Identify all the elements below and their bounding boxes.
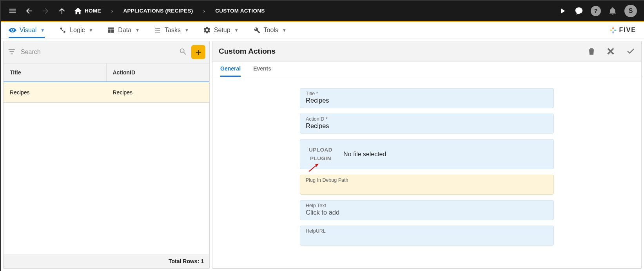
help-glyph: ? [594,7,597,14]
home-icon [74,7,82,15]
brand-logo: FIVE [609,26,636,34]
field-helptext-label: Help Text [306,203,548,208]
search-icon[interactable] [179,47,187,57]
tabs: General Events [212,61,641,77]
list-panel: + Title ActionID Recipes Recipes Total R… [3,41,210,269]
menu-visual[interactable]: Visual ▼ [9,22,45,38]
close-icon[interactable] [607,47,615,56]
caret-icon: ▼ [135,28,140,33]
add-button[interactable]: + [191,45,205,59]
tab-events[interactable]: Events [253,65,271,77]
field-help-text[interactable]: Help Text Click to add [300,200,554,220]
caret-icon: ▼ [40,28,45,33]
menu-setup[interactable]: Setup ▼ [203,22,239,38]
avatar-initial: S [629,7,633,14]
field-actionid[interactable]: ActionID * Recipes [300,114,554,134]
field-helpurl-value [306,234,548,242]
breadcrumb-custom-actions[interactable]: CUSTOM ACTIONS [215,8,265,14]
annotation-arrow [307,162,321,173]
detail-header: Custom Actions [212,41,641,61]
field-helpurl-label: HelpURL [306,228,548,234]
nav-forward-icon [41,6,50,16]
field-title-value: Recipes [306,97,548,105]
field-debug-path[interactable]: Plug In Debug Path [300,175,554,195]
hamburger-icon[interactable] [8,6,17,16]
logic-icon [59,26,67,34]
gear-icon [203,26,211,34]
chat-icon[interactable] [574,6,584,16]
panel-title: Custom Actions [219,47,276,56]
breadcrumb-sep: › [108,8,116,14]
breadcrumb-sep: › [200,8,209,14]
upload-plugin-button[interactable]: UPLOAD PLUGIN [306,146,336,163]
eye-icon [9,26,16,34]
brand-text: FIVE [619,27,636,34]
list-footer: Total Rows: 1 [4,254,209,268]
upload-label-1: UPLOAD [306,146,336,154]
footer-label: Total Rows: [169,258,199,264]
tools-icon [253,26,261,34]
menu-logic[interactable]: Logic ▼ [59,22,93,38]
list-row[interactable]: Recipes Recipes [4,81,209,103]
confirm-icon[interactable] [626,47,635,56]
menu-tasks[interactable]: Tasks ▼ [154,22,189,38]
toolbar: Visual ▼ Logic ▼ Data ▼ Tasks ▼ Setup ▼ … [1,22,644,38]
field-helptext-value: Click to add [306,209,548,217]
caret-icon: ▼ [89,28,93,33]
field-debug-label: Plug In Debug Path [306,177,548,183]
svg-line-0 [309,164,318,172]
field-help-url[interactable]: HelpURL [300,226,554,246]
caret-icon: ▼ [282,28,287,33]
menu-setup-label: Setup [214,27,230,34]
upload-status: No file selected [343,151,386,158]
delete-icon[interactable] [587,47,596,56]
nav-up-icon[interactable] [57,6,67,16]
col-header-title[interactable]: Title [4,63,107,81]
cell-title: Recipes [4,82,107,102]
caret-icon: ▼ [234,28,239,33]
field-upload-plugin[interactable]: UPLOAD PLUGIN No file selected [300,139,554,169]
footer-count: 1 [201,258,204,264]
tasks-icon [154,26,161,34]
list-header: + [4,41,209,63]
field-actionid-value: Recipes [306,122,548,130]
list-body: Recipes Recipes [4,81,209,254]
form-area: Title * Recipes ActionID * Recipes UPLOA… [212,77,641,268]
tab-general[interactable]: General [220,65,241,77]
field-title[interactable]: Title * Recipes [300,88,554,108]
run-icon[interactable] [558,6,567,16]
brand-icon [609,26,617,34]
menu-visual-label: Visual [20,27,36,34]
svg-marker-1 [315,164,318,167]
breadcrumb-applications-label: APPLICATIONS (RECIPES) [123,8,193,14]
menu-tools-label: Tools [264,27,278,34]
topbar: HOME › APPLICATIONS (RECIPES) › CUSTOM A… [1,1,644,22]
detail-panel: Custom Actions General Events Title * Re… [212,41,642,269]
filter-icon[interactable] [7,47,16,57]
field-actionid-label: ActionID * [306,116,548,122]
menu-data-label: Data [118,27,131,34]
caret-icon: ▼ [185,28,189,33]
cell-actionid: Recipes [107,82,210,102]
nav-back-icon[interactable] [24,6,34,16]
breadcrumb-home-label: HOME [85,8,101,14]
table-icon [107,26,115,34]
avatar[interactable]: S [624,5,637,17]
menu-logic-label: Logic [70,27,85,34]
upload-label-2: PLUGIN [306,154,336,163]
help-icon[interactable]: ? [591,6,601,16]
field-debug-value [306,183,548,191]
list-column-headers: Title ActionID [4,63,209,81]
bell-icon[interactable] [608,6,617,16]
menu-tasks-label: Tasks [165,27,181,34]
search-input[interactable] [20,48,175,56]
breadcrumb-applications[interactable]: APPLICATIONS (RECIPES) [123,8,193,14]
col-header-actionid[interactable]: ActionID [107,63,210,81]
breadcrumb-home[interactable]: HOME [74,7,101,15]
menu-data[interactable]: Data ▼ [107,22,140,38]
field-title-label: Title * [306,91,548,96]
breadcrumb-custom-actions-label: CUSTOM ACTIONS [215,8,265,14]
main: + Title ActionID Recipes Recipes Total R… [1,38,644,271]
menu-tools[interactable]: Tools ▼ [253,22,287,38]
